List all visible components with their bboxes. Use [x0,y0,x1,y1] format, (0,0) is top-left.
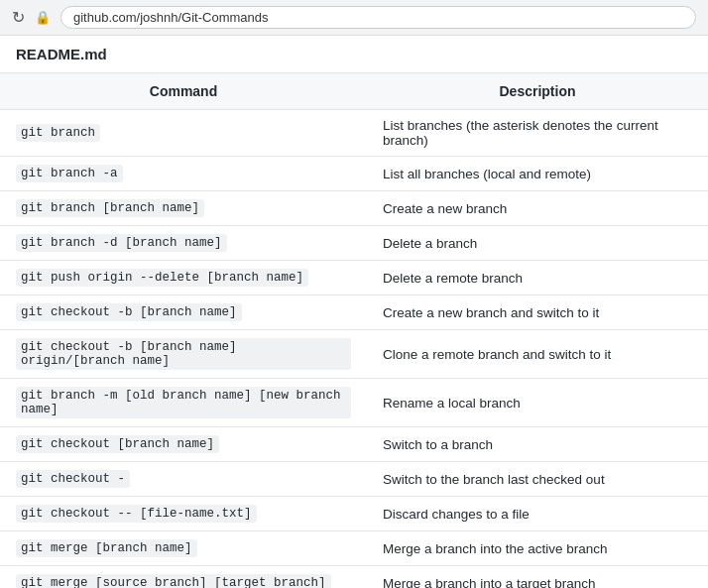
command-cell: git branch -d [branch name] [0,226,367,261]
command-cell: git checkout [branch name] [0,427,367,462]
table-row: git branch -m [old branch name] [new bra… [0,379,708,427]
table-row: git checkout -Switch to the branch last … [0,462,708,497]
table-row: git branch [branch name]Create a new bra… [0,191,708,226]
command-code: git checkout [branch name] [16,435,219,453]
description-cell: Delete a remote branch [367,261,708,295]
command-cell: git checkout -b [branch name] [0,295,367,330]
command-code: git checkout -b [branch name] origin/[br… [16,338,351,370]
table-container: Command Description git branchList branc… [0,73,708,588]
description-cell: Merge a branch into a target branch [367,566,708,589]
command-code: git branch -a [16,165,123,182]
description-cell: Switch to the branch last checked out [367,462,708,497]
command-cell: git branch [branch name] [0,191,367,226]
description-cell: Rename a local branch [367,379,708,427]
table-row: git checkout -- [file-name.txt]Discard c… [0,497,708,531]
table-row: git checkout -b [branch name]Create a ne… [0,295,708,330]
description-cell: Create a new branch and switch to it [367,295,708,330]
page-title: README.md [16,46,107,62]
command-code: git merge [branch name] [16,539,197,557]
command-code: git push origin --delete [branch name] [16,269,308,287]
git-commands-table: Command Description git branchList branc… [0,73,708,588]
description-cell: Clone a remote branch and switch to it [367,330,708,379]
command-cell: git push origin --delete [branch name] [0,261,367,295]
command-code: git checkout -- [file-name.txt] [16,505,257,523]
description-cell: Create a new branch [367,191,708,226]
description-cell: List all branches (local and remote) [367,157,708,191]
command-cell: git branch -m [old branch name] [new bra… [0,379,367,427]
description-cell: Discard changes to a file [367,497,708,531]
table-row: git checkout [branch name]Switch to a br… [0,427,708,462]
lock-icon: 🔒 [35,10,51,25]
command-code: git checkout -b [branch name] [16,303,242,321]
table-row: git merge [source branch] [target branch… [0,566,708,589]
refresh-icon[interactable]: ↻ [12,8,25,27]
description-header: Description [367,73,708,110]
url-bar[interactable]: github.com/joshnh/Git-Commands [60,6,696,29]
browser-bar: ↻ 🔒 github.com/joshnh/Git-Commands [0,0,708,36]
command-code: git merge [source branch] [target branch… [16,574,331,588]
command-code: git branch [branch name] [16,199,204,217]
table-row: git branchList branches (the asterisk de… [0,110,708,157]
table-header-row: Command Description [0,73,708,110]
table-row: git branch -d [branch name]Delete a bran… [0,226,708,261]
command-cell: git checkout - [0,462,367,497]
command-cell: git merge [source branch] [target branch… [0,566,367,589]
command-cell: git checkout -- [file-name.txt] [0,497,367,531]
command-cell: git branch -a [0,157,367,191]
description-cell: Merge a branch into the active branch [367,531,708,566]
table-row: git push origin --delete [branch name]De… [0,261,708,295]
command-code: git branch -d [branch name] [16,234,227,252]
page-header: README.md [0,36,708,73]
table-row: git branch -aList all branches (local an… [0,157,708,191]
command-header: Command [0,73,367,110]
command-code: git branch -m [old branch name] [new bra… [16,387,351,418]
table-row: git merge [branch name]Merge a branch in… [0,531,708,566]
description-cell: Delete a branch [367,226,708,261]
table-row: git checkout -b [branch name] origin/[br… [0,330,708,379]
description-cell: Switch to a branch [367,427,708,462]
command-code: git branch [16,124,100,142]
command-cell: git branch [0,110,367,157]
description-cell: List branches (the asterisk denotes the … [367,110,708,157]
command-cell: git checkout -b [branch name] origin/[br… [0,330,367,379]
command-cell: git merge [branch name] [0,531,367,566]
command-code: git checkout - [16,470,130,488]
